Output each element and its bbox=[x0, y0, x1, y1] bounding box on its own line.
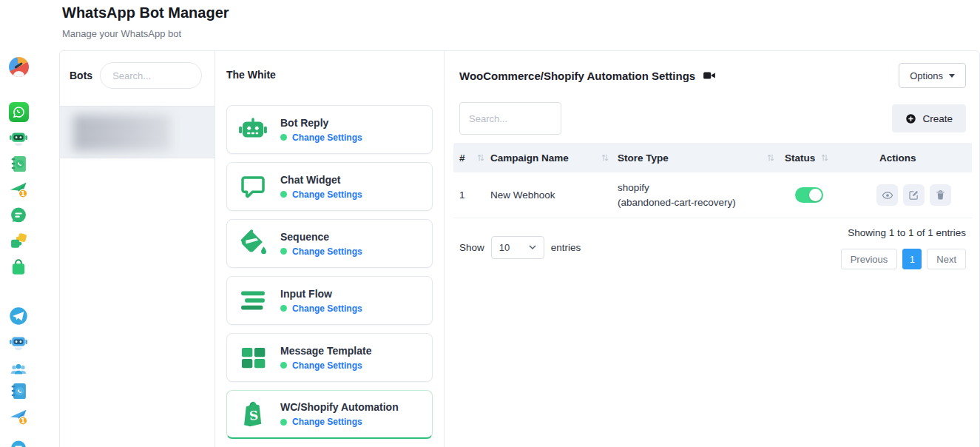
delete-button[interactable] bbox=[930, 184, 951, 206]
previous-page-button[interactable]: Previous bbox=[841, 249, 898, 269]
status-dot bbox=[280, 248, 287, 255]
sequence-icon bbox=[237, 227, 269, 260]
message-template-icon bbox=[237, 341, 269, 374]
sort-icon bbox=[601, 153, 609, 162]
row-number: 1 bbox=[459, 189, 465, 201]
store-type-cell: shopify (abandoned-cart-recovery) bbox=[618, 181, 736, 209]
feature-card-title: WC/Shopify Automation bbox=[280, 401, 399, 413]
page-size-select[interactable]: 10 bbox=[491, 236, 544, 259]
speedometer-glyph bbox=[9, 57, 29, 77]
bots-search-input[interactable] bbox=[100, 62, 202, 89]
telegram-group-icon[interactable] bbox=[8, 358, 29, 379]
current-page-button[interactable]: 1 bbox=[902, 249, 922, 269]
create-button-label: Create bbox=[922, 113, 953, 124]
bots-panel-label: Bots bbox=[70, 70, 92, 81]
chevron-down-icon bbox=[949, 74, 955, 78]
create-button[interactable]: Create bbox=[892, 104, 966, 132]
dashboard-icon[interactable] bbox=[8, 56, 29, 77]
feature-card-title: Message Template bbox=[280, 345, 371, 357]
bot-name-title: The White bbox=[226, 69, 433, 81]
notification-badge: 1 bbox=[21, 417, 25, 425]
blurred-bot-name bbox=[73, 115, 171, 151]
change-settings-link[interactable]: Change Settings bbox=[292, 189, 362, 200]
feature-card-chat-widget[interactable]: Chat Widget Change Settings bbox=[226, 162, 433, 211]
feature-card-sequence[interactable]: Sequence Change Settings bbox=[226, 219, 433, 268]
sort-icon bbox=[767, 153, 774, 162]
page-size-value: 10 bbox=[499, 242, 510, 253]
telegram-chat-icon[interactable] bbox=[8, 438, 29, 447]
shopify-logo-letter: S bbox=[249, 407, 258, 423]
feature-card-wc-shopify-automation[interactable]: S WC/Shopify Automation Change Settings bbox=[226, 390, 433, 439]
table-row: 1 New Webhook shopify (abandoned-cart-re… bbox=[453, 172, 972, 218]
page-subtitle: Manage your WhatsApp bot bbox=[62, 28, 181, 39]
change-settings-link[interactable]: Change Settings bbox=[292, 360, 362, 371]
options-button-label: Options bbox=[910, 70, 943, 81]
telegram-contacts-icon[interactable] bbox=[8, 380, 29, 401]
whatsapp-contacts-icon[interactable] bbox=[8, 153, 29, 174]
whatsapp-integrations-icon[interactable] bbox=[8, 231, 29, 252]
campaign-name-cell: New Webhook bbox=[490, 189, 555, 201]
whatsapp-icon[interactable] bbox=[8, 101, 29, 122]
feature-card-message-template[interactable]: Message Template Change Settings bbox=[226, 333, 433, 382]
main-card: Bots The White Bot Reply Change Settings bbox=[59, 50, 980, 447]
column-header-actions: Actions bbox=[876, 152, 972, 164]
change-settings-link[interactable]: Change Settings bbox=[292, 132, 362, 143]
whatsapp-bot-icon[interactable] bbox=[8, 127, 29, 148]
feature-card-title: Sequence bbox=[280, 231, 362, 243]
input-flow-icon bbox=[237, 284, 269, 317]
column-label: Status bbox=[785, 152, 815, 164]
status-dot bbox=[280, 419, 287, 426]
whatsapp-bot-manager-screen: { "page": {"title": "WhatsApp Bot Manage… bbox=[0, 0, 980, 447]
edit-icon bbox=[908, 189, 919, 201]
edit-button[interactable] bbox=[903, 184, 925, 206]
show-label: Show bbox=[459, 242, 484, 253]
column-header-campaign-name[interactable]: Campaign Name bbox=[490, 152, 618, 164]
table-header-row: # Campaign Name Store Type Status Action… bbox=[453, 143, 972, 172]
feature-card-title: Chat Widget bbox=[280, 174, 362, 186]
column-header-status[interactable]: Status bbox=[785, 152, 876, 164]
feature-card-input-flow[interactable]: Input Flow Change Settings bbox=[226, 276, 433, 325]
table-search-input[interactable] bbox=[459, 102, 561, 135]
column-label: # bbox=[459, 152, 465, 164]
entries-label: entries bbox=[551, 242, 581, 253]
automation-title: WooCommerce/Shopify Automation Settings bbox=[459, 70, 695, 82]
sort-icon bbox=[821, 153, 828, 162]
shopify-icon: S bbox=[237, 398, 269, 431]
pagination: Previous 1 Next bbox=[841, 249, 966, 269]
status-toggle[interactable] bbox=[795, 187, 823, 203]
automation-panel: WooCommerce/Shopify Automation Settings … bbox=[445, 51, 979, 447]
chevron-down-icon bbox=[529, 245, 536, 250]
column-label: Store Type bbox=[618, 152, 669, 164]
eye-icon bbox=[882, 189, 893, 201]
trash-icon bbox=[935, 189, 946, 201]
telegram-broadcast-icon[interactable]: 1 bbox=[8, 406, 29, 427]
status-dot bbox=[280, 305, 287, 312]
change-settings-link[interactable]: Change Settings bbox=[292, 303, 362, 314]
column-label: Campaign Name bbox=[490, 152, 569, 164]
telegram-icon[interactable] bbox=[8, 306, 29, 326]
chat-widget-icon bbox=[237, 170, 269, 203]
column-header-store-type[interactable]: Store Type bbox=[618, 152, 785, 164]
sort-icon bbox=[477, 153, 484, 162]
video-tutorial-icon[interactable] bbox=[703, 69, 716, 82]
bot-list-item-selected[interactable] bbox=[60, 106, 214, 158]
telegram-bot-icon[interactable] bbox=[8, 332, 29, 352]
campaigns-table: # Campaign Name Store Type Status Action… bbox=[453, 143, 972, 218]
feature-card-bot-reply[interactable]: Bot Reply Change Settings bbox=[226, 105, 433, 154]
whatsapp-shop-icon[interactable] bbox=[8, 257, 29, 278]
notification-badge: 1 bbox=[21, 190, 25, 198]
whatsapp-broadcast-icon[interactable]: 1 bbox=[8, 179, 29, 200]
status-dot bbox=[280, 362, 287, 369]
next-page-button[interactable]: Next bbox=[927, 249, 966, 269]
change-settings-link[interactable]: Change Settings bbox=[292, 246, 362, 257]
view-button[interactable] bbox=[876, 184, 898, 206]
column-header-num[interactable]: # bbox=[453, 152, 490, 164]
status-dot bbox=[280, 134, 287, 141]
bot-reply-icon bbox=[237, 113, 269, 146]
plus-circle-icon bbox=[905, 113, 916, 124]
change-settings-link[interactable]: Change Settings bbox=[292, 417, 362, 427]
feature-card-title: Input Flow bbox=[280, 288, 362, 300]
options-button[interactable]: Options bbox=[899, 63, 966, 88]
app-sidebar: 1 1 bbox=[0, 0, 46, 447]
whatsapp-chat-icon[interactable] bbox=[8, 205, 29, 226]
